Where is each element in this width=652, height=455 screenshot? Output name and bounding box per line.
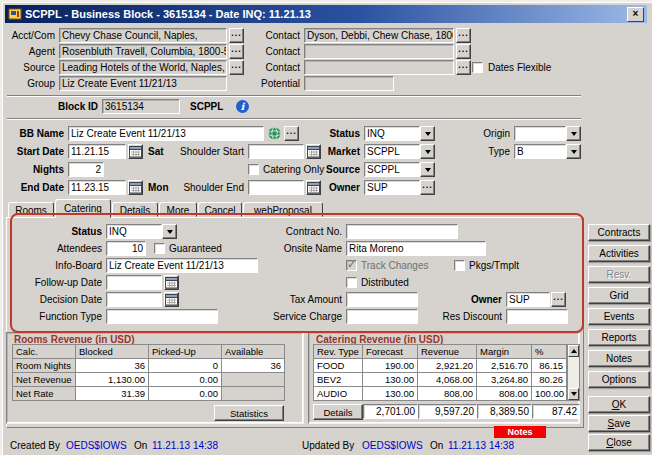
tab-catering[interactable]: Catering xyxy=(55,199,111,218)
tab-cancel[interactable]: Cancel xyxy=(198,202,242,217)
status-dropdown-button[interactable] xyxy=(420,126,435,141)
catering-status-field[interactable]: INQ xyxy=(106,224,162,239)
globe-icon[interactable] xyxy=(267,126,282,143)
acct-contact-field[interactable]: Dyson, Debbi, Chew Chase, 1800-123 xyxy=(304,28,454,43)
decision-calendar-button[interactable] xyxy=(164,292,179,307)
notes-button[interactable]: Notes xyxy=(588,350,650,367)
catering-owner-field[interactable]: SUP xyxy=(506,292,550,307)
pkgs-tmplt-checkbox[interactable] xyxy=(454,260,465,271)
nights-field[interactable]: 2 xyxy=(68,162,104,177)
audio-margin: 808.00 xyxy=(477,387,531,400)
audio-forecast: 130.00 xyxy=(363,387,417,400)
rev-type-audio[interactable]: AUDIO xyxy=(314,387,362,400)
guaranteed-checkbox[interactable] xyxy=(154,243,165,254)
status-field[interactable]: INQ xyxy=(364,126,420,141)
options-button[interactable]: Options xyxy=(588,371,650,388)
updated-by-value: OEDS$IOWS xyxy=(362,438,428,453)
grid-button[interactable]: Grid xyxy=(588,287,650,304)
ok-button[interactable]: OK xyxy=(588,396,650,413)
acct-contact-lookup-button[interactable]: ... xyxy=(456,28,471,43)
rev-type-bev2[interactable]: BEV2 xyxy=(314,373,362,386)
owner-field[interactable]: SUP xyxy=(364,180,420,195)
followup-date-field[interactable] xyxy=(106,275,162,290)
close-button[interactable]: × xyxy=(627,7,644,22)
followup-date-label: Follow-up Date xyxy=(10,275,102,290)
shoulder-end-field[interactable] xyxy=(248,180,304,195)
type-field[interactable]: B xyxy=(514,144,566,159)
shoulder-end-calendar-button[interactable] xyxy=(306,180,321,195)
calc-button[interactable]: Calc. xyxy=(13,345,75,358)
distributed-checkbox[interactable] xyxy=(346,277,357,288)
type-dropdown-button[interactable] xyxy=(566,144,581,159)
shoulder-start-calendar-button[interactable] xyxy=(306,144,321,159)
acct-com-field[interactable]: Chevy Chase Council, Naples, xyxy=(59,28,227,43)
calendar-icon xyxy=(307,181,320,194)
tab-rooms[interactable]: Rooms xyxy=(8,202,54,217)
reports-button[interactable]: Reports xyxy=(588,329,650,346)
start-date-field[interactable]: 11.21.15 xyxy=(68,144,126,159)
tab-details[interactable]: Details xyxy=(112,202,158,217)
dates-flexible-checkbox[interactable] xyxy=(472,62,483,73)
scroll-up-button[interactable] xyxy=(568,345,579,357)
scroll-down-button[interactable] xyxy=(568,388,579,400)
catering-table-scrollbar[interactable] xyxy=(567,344,580,401)
bb-name-field[interactable]: Liz Create Event 11/21/13 xyxy=(68,126,264,141)
contracts-button[interactable]: Contracts xyxy=(588,224,650,241)
tab-more[interactable]: More xyxy=(159,202,197,217)
close-window-button[interactable]: Close xyxy=(588,434,650,451)
market-field[interactable]: SCPPL xyxy=(364,144,420,159)
end-date-field[interactable]: 11.23.15 xyxy=(68,180,126,195)
attendees-field[interactable]: 10 xyxy=(106,241,146,256)
col-revenue: Revenue xyxy=(418,345,476,358)
function-type-field[interactable] xyxy=(106,309,218,324)
origin-field[interactable] xyxy=(514,126,566,141)
onsite-name-field[interactable]: Rita Moreno xyxy=(346,241,486,256)
catering-only-checkbox[interactable] xyxy=(248,164,259,175)
res-discount-field[interactable] xyxy=(506,309,568,324)
start-date-calendar-button[interactable] xyxy=(128,144,143,159)
catering-status-dropdown-button[interactable] xyxy=(162,224,177,239)
catering-owner-lookup-button[interactable]: ... xyxy=(551,292,566,307)
decision-date-label: Decision Date xyxy=(10,292,102,307)
source-lookup-button[interactable]: ... xyxy=(229,60,244,75)
shoulder-start-field[interactable] xyxy=(248,144,304,159)
info-board-field[interactable]: Liz Create Event 11/21/13 xyxy=(106,258,258,273)
market-dropdown-button[interactable] xyxy=(420,144,435,159)
details-button[interactable]: Details xyxy=(313,404,363,420)
rev-type-food[interactable]: FOOD xyxy=(314,359,362,372)
source-account-field[interactable]: Leading Hotels of the World, Naples, xyxy=(59,60,227,75)
agent-contact-lookup-button[interactable]: ... xyxy=(456,44,471,59)
end-date-calendar-button[interactable] xyxy=(128,180,143,195)
tax-amount-field[interactable] xyxy=(346,292,418,307)
events-button[interactable]: Events xyxy=(588,308,650,325)
statistics-button[interactable]: Statistics xyxy=(214,405,284,421)
source-dropdown-button[interactable] xyxy=(420,162,435,177)
acct-com-lookup-button[interactable]: ... xyxy=(229,28,244,43)
contract-no-field[interactable] xyxy=(346,224,458,239)
bb-name-lookup-button[interactable]: ... xyxy=(284,126,299,141)
agent-contact-field[interactable] xyxy=(304,44,454,59)
origin-dropdown-button[interactable] xyxy=(566,126,581,141)
service-charge-field[interactable] xyxy=(346,309,418,324)
save-button[interactable]: Save xyxy=(588,415,650,432)
agent-lookup-button[interactable]: ... xyxy=(229,44,244,59)
potential-field[interactable] xyxy=(304,76,394,91)
source-contact-field[interactable] xyxy=(304,60,454,75)
source-contact-lookup-button[interactable]: ... xyxy=(456,60,471,75)
food-margin: 2,516.70 xyxy=(477,359,531,372)
agent-field[interactable]: Rosenbluth Travell, Columbia, 1800-5 xyxy=(59,44,227,59)
rooms-revenue-table: Calc. Blocked Picked-Up Available Room N… xyxy=(12,344,285,401)
followup-calendar-button[interactable] xyxy=(164,275,179,290)
group-field[interactable]: Liz Create Event 11/21/13 xyxy=(59,76,227,91)
calendar-icon xyxy=(129,181,142,194)
bev2-revenue: 4,068.00 xyxy=(418,373,476,386)
source-code-field[interactable]: SCPPL xyxy=(364,162,420,177)
owner-lookup-button[interactable]: ... xyxy=(420,180,435,195)
activities-button[interactable]: Activities xyxy=(588,245,650,262)
info-icon[interactable]: i xyxy=(236,100,249,113)
tab-webproposal[interactable]: webProposal xyxy=(243,202,323,217)
decision-date-field[interactable] xyxy=(106,292,162,307)
scrollbar-track[interactable] xyxy=(568,357,579,388)
row-label-room-nights: Room Nights xyxy=(13,359,75,372)
potential-label: Potential xyxy=(252,76,300,91)
